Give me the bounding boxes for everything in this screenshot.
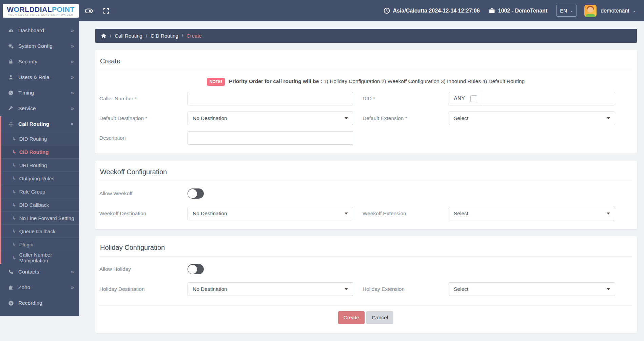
- sidebar-item-service[interactable]: Service »: [0, 101, 79, 116]
- call-routing-submenu: ↳DID Routing ↳CID Routing ↳URI Routing ↳…: [0, 132, 79, 264]
- breadcrumb-call-routing[interactable]: Call Routing: [115, 33, 142, 39]
- default-extension-label: Default Extension *: [353, 115, 449, 121]
- description-input[interactable]: [188, 131, 353, 145]
- sidebar-item-security[interactable]: Security »: [0, 54, 79, 69]
- chevron-expanded-icon: »: [70, 123, 76, 126]
- timezone-clock: Asia/Calcutta 2024-12-14 12:27:06: [384, 7, 480, 14]
- dropdown-caret-icon: [345, 117, 348, 119]
- avatar[interactable]: [584, 5, 597, 17]
- chevron-right-icon: »: [71, 27, 74, 34]
- caller-number-label: Caller Number *: [99, 96, 188, 102]
- tenant-label: 1002 - DemoTenant: [498, 8, 548, 14]
- cancel-button[interactable]: Cancel: [366, 311, 393, 324]
- dropdown-caret-icon: [345, 288, 348, 290]
- did-input-group: ANY: [449, 92, 615, 105]
- did-input[interactable]: [482, 92, 615, 105]
- clock-icon: [7, 90, 15, 96]
- any-checkbox[interactable]: [470, 95, 477, 102]
- breadcrumb-cid-routing[interactable]: CID Routing: [151, 33, 178, 39]
- submenu-arrow-icon: ↳: [12, 176, 16, 181]
- submenu-arrow-icon: ↳: [12, 149, 16, 155]
- play-circle-icon: [7, 300, 15, 306]
- allow-holiday-toggle[interactable]: [188, 264, 204, 274]
- sidebar-item-cid-routing[interactable]: ↳CID Routing: [0, 145, 79, 158]
- create-card: Create NOTE!Priority Order for call rout…: [95, 50, 637, 154]
- breadcrumb-current: Create: [187, 33, 202, 39]
- weekoff-destination-label: Weekoff Destination: [99, 210, 188, 217]
- sidebar-item-uri-routing[interactable]: ↳URI Routing: [0, 158, 79, 172]
- brand-logo-text: WORLDDIALPOINT: [7, 6, 75, 13]
- sidebar-item-plugin[interactable]: ↳Plugin: [0, 238, 79, 251]
- weekoff-title: Weekoff Configuration: [99, 165, 632, 181]
- sidebar-item-call-routing[interactable]: Call Routing »: [0, 116, 79, 132]
- holiday-title: Holiday Configuration: [99, 240, 632, 257]
- chevron-right-icon: »: [71, 284, 74, 290]
- chevron-down-icon: ⌄: [633, 9, 636, 13]
- sidebar-item-queue-callback[interactable]: ↳Queue Callback: [0, 224, 79, 238]
- sidebar-item-caller-number-manipulation[interactable]: ↳Caller Number Manipulation: [0, 251, 79, 264]
- brand-tagline: YOUR LOCAL VOICE SERVICE PROVIDER: [8, 14, 73, 16]
- tenant-info: 1002 - DemoTenant: [489, 8, 548, 14]
- page-title: Create: [99, 54, 632, 70]
- note-badge: NOTE!: [207, 78, 225, 86]
- sidebar-item-recording[interactable]: Recording: [0, 295, 79, 311]
- dropdown-caret-icon: [607, 117, 610, 119]
- breadcrumb-separator: /: [110, 33, 111, 39]
- breadcrumb-separator: /: [146, 33, 147, 39]
- chevron-right-icon: »: [71, 90, 74, 96]
- sidebar-item-zoho[interactable]: Zoho »: [0, 280, 79, 295]
- sidebar-collapse-toggle-icon[interactable]: [85, 7, 93, 14]
- caller-number-input[interactable]: [188, 92, 353, 105]
- clock-icon: [384, 7, 390, 14]
- wrench-icon: [7, 106, 15, 111]
- weekoff-extension-label: Weekoff Extension: [353, 210, 449, 217]
- default-destination-select[interactable]: No Destination: [188, 112, 353, 125]
- chevron-right-icon: »: [71, 59, 74, 65]
- holiday-destination-label: Holiday Destination: [99, 286, 188, 292]
- chevron-right-icon: »: [71, 269, 74, 275]
- fullscreen-icon[interactable]: [103, 8, 109, 14]
- weekoff-card: Weekoff Configuration Allow Weekoff Week…: [95, 161, 637, 229]
- sidebar-item-did-routing[interactable]: ↳DID Routing: [0, 132, 79, 145]
- submenu-arrow-icon: ↳: [12, 136, 16, 141]
- sidebar-item-outgoing-rules[interactable]: ↳Outgoing Rules: [0, 172, 79, 185]
- submenu-arrow-icon: ↳: [12, 189, 16, 194]
- lock-icon: [7, 59, 15, 64]
- did-any-addon: ANY: [449, 92, 482, 105]
- chevron-down-icon: ⌄: [570, 9, 573, 13]
- default-extension-select[interactable]: Select: [449, 112, 615, 125]
- sidebar-item-rule-group[interactable]: ↳Rule Group: [0, 185, 79, 198]
- chevron-right-icon: »: [71, 105, 74, 112]
- username: demotenant: [601, 8, 629, 14]
- holiday-card: Holiday Configuration Allow Holiday Holi…: [95, 236, 637, 333]
- submenu-arrow-icon: ↳: [12, 255, 16, 260]
- sidebar-item-users-role[interactable]: Users & Role »: [0, 69, 79, 85]
- home-icon[interactable]: [101, 33, 106, 39]
- submenu-arrow-icon: ↳: [12, 215, 16, 221]
- allow-weekoff-toggle[interactable]: [188, 188, 204, 199]
- brand-logo[interactable]: WORLDDIALPOINT YOUR LOCAL VOICE SERVICE …: [3, 4, 79, 18]
- create-button[interactable]: Create: [338, 311, 365, 324]
- sidebar-item-contacts[interactable]: Contacts »: [0, 264, 79, 280]
- weekoff-extension-select[interactable]: Select: [449, 207, 615, 220]
- language-value: EN: [560, 8, 567, 14]
- form-actions: Create Cancel: [99, 305, 632, 324]
- move-icon: [7, 121, 15, 127]
- sidebar-item-timing[interactable]: Timing »: [0, 85, 79, 101]
- submenu-arrow-icon: ↳: [12, 228, 16, 234]
- language-select[interactable]: EN ⌄: [556, 5, 577, 17]
- weekoff-destination-select[interactable]: No Destination: [188, 207, 353, 220]
- holiday-destination-select[interactable]: No Destination: [188, 282, 353, 296]
- chevron-right-icon: »: [71, 74, 74, 80]
- sidebar-item-did-callback[interactable]: ↳DID Callback: [0, 198, 79, 211]
- allow-weekoff-label: Allow Weekoff: [99, 190, 188, 197]
- top-bar: WORLDDIALPOINT YOUR LOCAL VOICE SERVICE …: [0, 0, 644, 21]
- submenu-arrow-icon: ↳: [12, 242, 16, 247]
- user-menu[interactable]: demotenant ⌄: [601, 8, 636, 14]
- holiday-extension-select[interactable]: Select: [449, 282, 615, 296]
- sidebar-item-no-line-forward-setting[interactable]: ↳No Line Forward Setting: [0, 211, 79, 224]
- sidebar-item-dashboard[interactable]: Dashboard »: [0, 23, 79, 38]
- sidebar-item-system-config[interactable]: System Config »: [0, 38, 79, 54]
- allow-holiday-label: Allow Holiday: [99, 266, 188, 272]
- any-label: ANY: [454, 96, 465, 102]
